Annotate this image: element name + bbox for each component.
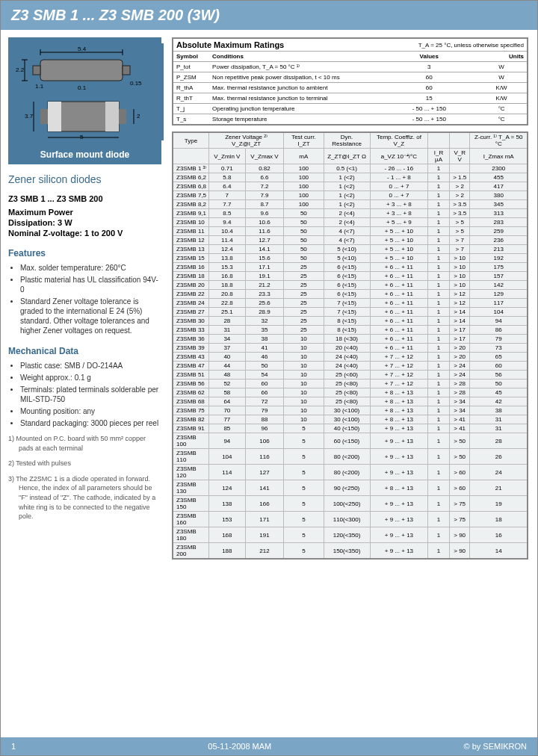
table-cell: Z3SMB 160 — [173, 512, 208, 527]
table-cell: + 6 ... + 11 — [370, 317, 428, 326]
table-cell: 8.5 — [208, 209, 245, 218]
table-cell: 5 — [284, 512, 324, 527]
table-cell: 1 — [428, 326, 450, 335]
table-cell: 60 — [470, 362, 528, 371]
table-cell: 24 (<40) — [324, 353, 370, 362]
table-cell: 50 — [284, 254, 324, 263]
table-cell: 1 — [428, 415, 450, 424]
table-cell: Z3SMB 24 — [173, 299, 208, 308]
table-cell: > 20 — [449, 344, 470, 353]
table-cell: 54 — [245, 371, 284, 379]
table-cell: 8 (<15) — [324, 326, 370, 335]
table-cell: + 6 ... + 11 — [370, 263, 428, 272]
table-cell: 65 — [470, 353, 528, 362]
table-row: Z3SMB 6,25.86.61001 (<2)- 1 ... + 81> 1.… — [173, 173, 528, 182]
table-cell: 1 — [428, 209, 450, 218]
table-cell: 1 — [428, 254, 450, 263]
table-cell: 5 — [284, 543, 324, 560]
table-row: Z3SMB 1615.317.1256 (<15)+ 6 ... + 111> … — [173, 263, 528, 272]
table-cell: > 3.5 — [449, 209, 470, 218]
table-cell: 25 (<60) — [324, 371, 370, 379]
table-header: Type — [173, 132, 208, 149]
table-cell: 25 — [284, 326, 324, 335]
table-cell: Z3SMB 10 — [173, 218, 208, 227]
table-cell: + 3 ... + 8 — [370, 209, 428, 218]
table-cell: 191 — [245, 527, 284, 543]
table-cell: 37 — [208, 344, 245, 353]
table-cell: > 34 — [449, 406, 470, 415]
table-cell: 7 (<15) — [324, 299, 370, 308]
datasheet-page: Z3 SMB 1 ... Z3 SMB 200 (3W) 5.4 2.2 1.1… — [0, 0, 538, 756]
table-cell: 104 — [470, 308, 528, 317]
svg-text:2.2: 2.2 — [16, 66, 25, 73]
table-cell: Non repetitive peak power dissipation, t… — [209, 72, 382, 83]
table-cell: + 7 ... + 12 — [370, 362, 428, 371]
table-cell: Z3SMB 43 — [173, 353, 208, 362]
table-cell: 5 (<10) — [324, 254, 370, 263]
table-row: Z3SMB 4340461024 (<40)+ 7 ... + 121> 206… — [173, 353, 528, 362]
table-cell: Z3SMB 62 — [173, 388, 208, 397]
table-cell: 1 — [428, 335, 450, 344]
table-row: Z3SMB 2001882125150(<350)+ 9 ... + 131> … — [173, 543, 528, 560]
table-cell: 28.9 — [245, 308, 284, 317]
table-row: Z3SMB 1501381665100(<250)+ 9 ... + 131> … — [173, 496, 528, 512]
table-cell: 1 — [428, 164, 450, 173]
table-cell: 25 (<80) — [324, 379, 370, 388]
table-cell: + 5 ... + 10 — [370, 254, 428, 263]
table-row: Z3SMB 1816.819.1256 (<15)+ 6 ... + 111> … — [173, 272, 528, 281]
table-cell: 10.4 — [208, 227, 245, 236]
table-cell: R_thA — [173, 83, 209, 93]
table-cell: 100 — [284, 191, 324, 200]
table-row: T_sStorage temperature- 50 ... + 150°C — [173, 114, 528, 126]
table-cell: > 50 — [449, 433, 470, 449]
diagram-caption: Surface mount diode — [8, 146, 161, 164]
table-row: Z3SMB 110104116580 (<200)+ 9 ... + 131> … — [173, 449, 528, 465]
table-cell: 10 — [284, 406, 324, 415]
table-cell: 5 — [284, 433, 324, 449]
table-cell: 3 — [382, 62, 476, 72]
table-row: Z3SMB 5148541025 (<60)+ 7 ... + 121> 245… — [173, 371, 528, 379]
table-cell: 28 — [470, 433, 528, 449]
table-cell: + 5 ... + 10 — [370, 227, 428, 236]
table-cell: 1 — [428, 308, 450, 317]
table-cell: > 14 — [449, 317, 470, 326]
table-cell: 0.5 (<1) — [324, 164, 370, 173]
table-cell: Z3SMB 82 — [173, 415, 208, 424]
table-row: Z3SMB 918596540 (<150)+ 9 ... + 131> 413… — [173, 424, 528, 433]
table-cell: 25 — [284, 263, 324, 272]
table-row: Z3SMB 2018.821.2256 (<15)+ 6 ... + 111> … — [173, 281, 528, 290]
table-cell: 60 (<150) — [324, 433, 370, 449]
table-cell: + 9 ... + 13 — [370, 496, 428, 512]
table-header: I_Zmax mA — [470, 149, 528, 164]
svg-text:5.4: 5.4 — [78, 46, 87, 52]
table-cell: + 8 ... + 13 — [370, 406, 428, 415]
table-cell: > 2 — [449, 191, 470, 200]
abs-condition: T_A = 25 °C, unless otherwise specified — [382, 38, 528, 52]
table-cell: 10 — [284, 388, 324, 397]
table-cell: 1 — [428, 200, 450, 209]
table-cell: 1 — [428, 512, 450, 527]
table-cell: 15.6 — [245, 254, 284, 263]
table-cell: 0 ... + 7 — [370, 182, 428, 191]
table-cell: 25 (<80) — [324, 388, 370, 397]
table-cell: Z3SMB 200 — [173, 543, 208, 560]
table-cell: > 41 — [449, 415, 470, 424]
table-cell: 188 — [208, 543, 245, 560]
table-cell: 19 — [470, 496, 528, 512]
table-cell: > 5 — [449, 227, 470, 236]
table-cell: > 34 — [449, 397, 470, 406]
table-cell: 18 (<30) — [324, 335, 370, 344]
table-cell: 116 — [245, 449, 284, 465]
footer-copy: © by SEMIKRON — [463, 742, 527, 751]
footer-date: 05-11-2008 MAM — [208, 742, 271, 751]
table-cell: + 9 ... + 13 — [370, 465, 428, 480]
table-header: V_Zmax V — [245, 149, 284, 164]
table-cell: Storage temperature — [209, 114, 382, 126]
abs-hdr: Conditions — [209, 52, 382, 62]
table-cell: 8.7 — [245, 200, 284, 209]
list-item: Weight approx.: 0.1 g — [20, 373, 161, 382]
package-diagram: 5.4 2.2 1.1 0.1 0.15 3.7 2 5 — [8, 37, 161, 146]
table-cell: 1 — [428, 236, 450, 245]
table-cell: + 6 ... + 11 — [370, 308, 428, 317]
table-cell: 150(<350) — [324, 543, 370, 560]
